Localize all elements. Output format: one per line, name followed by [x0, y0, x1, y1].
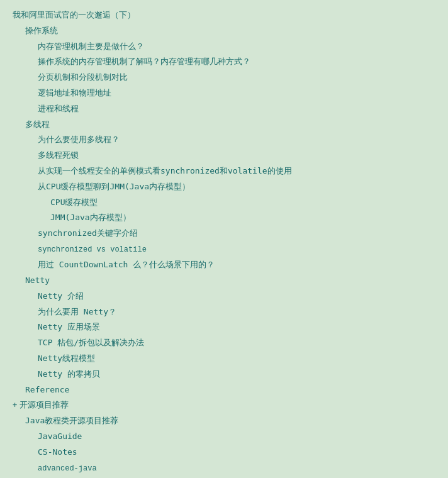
tree-link[interactable]: 用过 CountDownLatch 么？什么场景下用的？ [38, 260, 215, 269]
tree-link[interactable]: 操作系统的内存管理机制了解吗？内存管理有哪几种方式？ [38, 57, 250, 66]
tree-link[interactable]: synchronized vs volatile [38, 245, 147, 254]
tree-link[interactable]: 从实现一个线程安全的单例模式看synchronized和volatile的使用 [38, 166, 292, 175]
tree-container: 我和阿里面试官的一次邂逅（下）操作系统内存管理机制主要是做什么？操作系统的内存管… [13, 5, 435, 478]
list-item[interactable]: synchronized关键字介绍 [13, 226, 435, 242]
tree-link[interactable]: 内存管理机制主要是做什么？ [38, 42, 144, 51]
tree-link[interactable]: 开源项目推荐 [20, 400, 69, 409]
tree-link[interactable]: 为什么要用 Netty？ [38, 307, 116, 316]
list-item[interactable]: 多线程 [13, 117, 435, 133]
tree-link[interactable]: 为什么要使用多线程？ [38, 135, 120, 144]
tree-link[interactable]: 多线程 [25, 119, 50, 129]
tree-link[interactable]: 进程和线程 [38, 104, 79, 113]
list-item[interactable]: synchronized vs volatile [13, 242, 435, 257]
list-item[interactable]: +开源项目推荐 [13, 397, 435, 413]
tree-link[interactable]: Netty [25, 275, 50, 285]
list-item[interactable]: 为什么要使用多线程？ [13, 132, 435, 148]
list-item[interactable]: 多线程死锁 [13, 148, 435, 164]
tree-link[interactable]: 我和阿里面试官的一次邂逅（下） [13, 10, 135, 19]
tree-link[interactable]: 操作系统 [25, 26, 58, 35]
tree-link[interactable]: 逻辑地址和物理地址 [38, 88, 111, 97]
list-item[interactable]: Reference [13, 382, 435, 398]
list-item[interactable]: CPU缓存模型 [13, 195, 435, 211]
list-item[interactable]: 操作系统的内存管理机制了解吗？内存管理有哪几种方式？ [13, 54, 435, 70]
tree-link[interactable]: 从CPU缓存模型聊到JMM(Java内存模型） [38, 182, 190, 191]
list-item[interactable]: 从CPU缓存模型聊到JMM(Java内存模型） [13, 179, 435, 195]
list-item[interactable]: Java教程类开源项目推荐 [13, 413, 435, 429]
tree-link[interactable]: CPU缓存模型 [50, 197, 98, 207]
expand-icon[interactable]: + [13, 399, 17, 411]
list-item[interactable]: 内存管理机制主要是做什么？ [13, 39, 435, 55]
list-item[interactable]: JMM(Java内存模型） [13, 210, 435, 226]
list-item[interactable]: 为什么要用 Netty？ [13, 304, 435, 320]
list-item[interactable]: 从实现一个线程安全的单例模式看synchronized和volatile的使用 [13, 164, 435, 179]
list-item[interactable]: Netty线程模型 [13, 351, 435, 367]
tree-link[interactable]: Netty 的零拷贝 [38, 369, 100, 379]
list-item[interactable]: 进程和线程 [13, 101, 435, 117]
list-item[interactable]: 我和阿里面试官的一次邂逅（下） [13, 8, 435, 23]
list-item[interactable]: TCP 粘包/拆包以及解决办法 [13, 335, 435, 351]
list-item[interactable]: 用过 CountDownLatch 么？什么场景下用的？ [13, 257, 435, 273]
tree-link[interactable]: Reference [25, 385, 69, 394]
list-item[interactable]: advanced-java [13, 460, 435, 476]
tree-link[interactable]: TCP 粘包/拆包以及解决办法 [38, 338, 144, 347]
tree-link[interactable]: advanced-java [38, 464, 97, 473]
tree-link[interactable]: Netty 介绍 [38, 291, 84, 301]
tree-link[interactable]: JMM(Java内存模型） [50, 213, 131, 222]
list-item[interactable]: JavaGuide [13, 429, 435, 445]
list-item[interactable]: Netty [13, 273, 435, 289]
tree-link[interactable]: 多线程死锁 [38, 150, 79, 160]
list-item[interactable]: Netty 的零拷贝 [13, 367, 435, 382]
tree-link[interactable]: Netty 应用场景 [38, 322, 100, 331]
list-item[interactable]: 逻辑地址和物理地址 [13, 86, 435, 101]
list-item[interactable]: CS-Notes [13, 445, 435, 460]
tree-link[interactable]: CS-Notes [38, 447, 77, 457]
tree-link[interactable]: 分页机制和分段机制对比 [38, 72, 128, 82]
tree-link[interactable]: Java教程类开源项目推荐 [25, 416, 118, 425]
list-item[interactable]: Netty 介绍 [13, 289, 435, 304]
tree-link[interactable]: JavaGuide [38, 431, 82, 441]
list-item[interactable]: 操作系统 [13, 23, 435, 39]
tree-link[interactable]: synchronized关键字介绍 [38, 228, 138, 238]
list-item[interactable]: Netty 应用场景 [13, 320, 435, 335]
list-item[interactable]: 分页机制和分段机制对比 [13, 70, 435, 86]
tree-link[interactable]: Netty线程模型 [38, 353, 95, 363]
